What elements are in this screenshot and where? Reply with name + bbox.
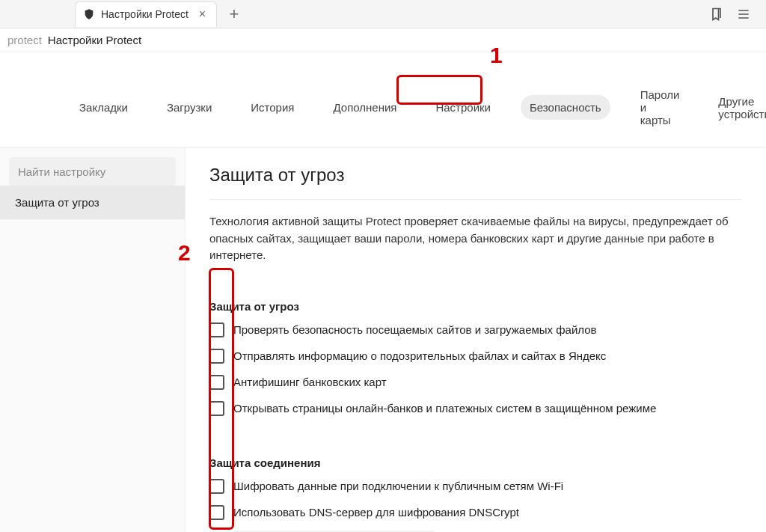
sidebar-item-threats[interactable]: Защита от угроз — [0, 186, 185, 219]
row-send-info: Отправлять информацию о подозрительных ф… — [209, 348, 742, 364]
section-threats-title: Защита от угроз — [209, 300, 742, 313]
section-connection-title: Защита соединения — [209, 456, 742, 469]
browser-tab-bar: Настройки Protect × + — [0, 0, 766, 28]
label-dnscrypt: Использовать DNS-сервер для шифрования D… — [233, 504, 519, 520]
checkbox-protected-mode[interactable] — [209, 401, 224, 416]
row-check-sites: Проверять безопасность посещаемых сайтов… — [209, 322, 742, 337]
nav-other-devices[interactable]: Другие устройства — [709, 89, 766, 126]
address-title: Настройки Protect — [48, 34, 141, 46]
menu-icon[interactable] — [736, 7, 751, 22]
label-wifi-encrypt: Шифровать данные при подключении к публи… — [233, 478, 563, 494]
checkbox-dnscrypt[interactable] — [209, 505, 224, 520]
page-title: Защита от угроз — [209, 165, 742, 186]
row-protected-mode: Открывать страницы онлайн-банков и плате… — [209, 400, 742, 416]
sidebar: Защита от угроз — [0, 148, 186, 532]
bookmark-all-icon[interactable] — [709, 7, 724, 22]
new-tab-button[interactable]: + — [221, 1, 247, 27]
address-bar[interactable]: protect Настройки Protect — [0, 28, 766, 52]
checkbox-antiphishing[interactable] — [209, 375, 224, 390]
browser-tab[interactable]: Настройки Protect × — [75, 1, 217, 27]
main-panel: Защита от угроз Технология активной защи… — [186, 148, 766, 532]
annotation-2: 2 — [178, 240, 191, 266]
label-antiphishing: Антифишинг банковских карт — [233, 374, 387, 390]
divider — [209, 199, 742, 200]
row-wifi-encrypt: Шифровать данные при подключении к публи… — [209, 478, 742, 494]
nav-settings[interactable]: Настройки — [426, 95, 500, 120]
label-send-info: Отправлять информацию о подозрительных ф… — [233, 348, 606, 364]
search-input[interactable] — [9, 157, 176, 186]
content-wrap: Защита от угроз Защита от угроз Технолог… — [0, 148, 766, 532]
row-antiphishing: Антифишинг банковских карт — [209, 374, 742, 390]
label-protected-mode: Открывать страницы онлайн-банков и плате… — [233, 400, 656, 416]
nav-history[interactable]: История — [242, 95, 303, 120]
label-check-sites: Проверять безопасность посещаемых сайтов… — [233, 322, 597, 337]
nav-security[interactable]: Безопасность — [521, 95, 610, 120]
close-tab-button[interactable]: × — [196, 7, 209, 21]
checkbox-check-sites[interactable] — [209, 322, 224, 337]
nav-addons[interactable]: Дополнения — [324, 95, 405, 120]
checkbox-send-info[interactable] — [209, 349, 224, 364]
settings-nav: Закладки Загрузки История Дополнения Нас… — [0, 52, 766, 148]
tab-title: Настройки Protect — [101, 8, 190, 20]
annotation-1: 1 — [490, 43, 503, 68]
protect-description: Технология активной защиты Protect прове… — [209, 213, 733, 264]
nav-passwords[interactable]: Пароли и карты — [631, 82, 689, 132]
address-host: protect — [7, 34, 42, 46]
nav-downloads[interactable]: Загрузки — [158, 95, 221, 120]
row-dnscrypt: Использовать DNS-сервер для шифрования D… — [209, 504, 742, 520]
shield-icon — [83, 8, 95, 20]
checkbox-wifi-encrypt[interactable] — [209, 479, 224, 494]
nav-bookmarks[interactable]: Закладки — [70, 95, 137, 120]
